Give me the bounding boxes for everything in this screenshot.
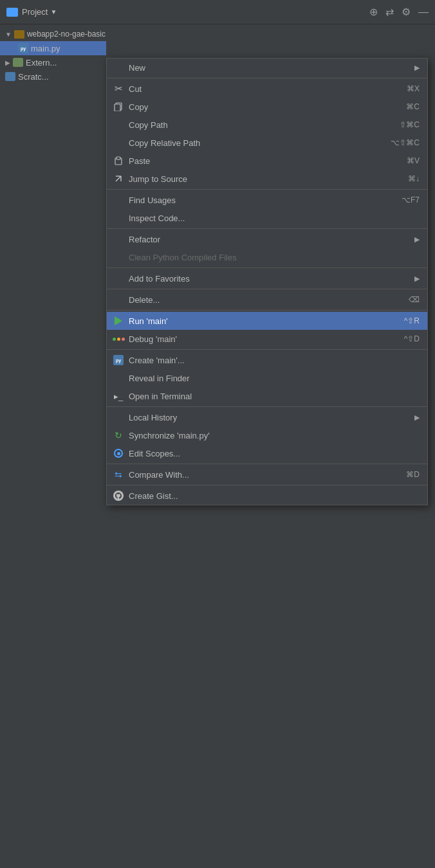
menu-item-shortcut-debug-main: ^⇧D [404,334,420,343]
menu-item-create-main[interactable]: pyCreate 'main'... [107,351,427,369]
external-arrow: ▶ [5,59,10,66]
menu-item-create-gist[interactable]: Create Gist... [107,487,427,505]
menu-item-edit-scopes[interactable]: Edit Scopes... [107,444,427,462]
sync-icon: ↻ [112,429,125,442]
menu-separator [107,485,427,485]
scope-icon [112,447,125,460]
menu-separator [107,228,427,229]
menu-item-shortcut-paste: ⌘V [407,156,420,165]
menu-item-submenu-arrow-local-history: ▶ [414,413,420,422]
no-icon [112,61,125,74]
no-icon [112,194,125,206]
menu-item-shortcut-copy-path: ⇧⌘C [400,120,420,129]
no-icon [112,411,125,424]
github-icon [112,489,125,502]
menu-item-shortcut-delete: ⌫ [409,295,420,304]
menu-item-label-create-gist: Create Gist... [129,491,420,501]
menu-item-copy[interactable]: Copy⌘C [107,98,427,116]
menu-item-label-jump-to-source: Jump to Source [129,174,408,184]
menu-item-submenu-arrow-new: ▶ [414,64,420,72]
menu-item-label-cut: Cut [129,84,407,94]
menu-separator [107,189,427,190]
menu-item-submenu-arrow-refactor: ▶ [414,235,420,244]
main-py-item[interactable]: main.py [0,41,106,55]
folder-icon [14,30,24,39]
menu-item-submenu-arrow-add-to-favorites: ▶ [414,275,420,283]
menu-item-jump-to-source[interactable]: Jump to Source⌘↓ [107,170,427,188]
copy-icon [112,100,125,113]
menu-item-shortcut-copy-relative-path: ⌥⇧⌘C [391,138,420,147]
titlebar-actions: ⊕ ⇄ ⚙ — [369,6,429,18]
layout-button[interactable]: ⇄ [385,6,394,18]
no-icon [112,233,125,246]
menu-item-label-find-usages: Find Usages [129,195,402,205]
menu-item-label-local-history: Local History [129,413,409,422]
menu-item-label-compare-with: Compare With... [129,470,406,480]
menu-item-debug-main[interactable]: Debug 'main'^⇧D [107,330,427,348]
menu-item-label-refactor: Refactor [129,235,409,244]
menu-item-paste[interactable]: Paste⌘V [107,152,427,170]
debug-icon [113,338,125,341]
scratch-item[interactable]: Scratc... [0,69,106,84]
menu-item-cut[interactable]: ✂Cut⌘X [107,80,427,98]
menu-item-add-to-favorites[interactable]: Add to Favorites▶ [107,269,427,287]
external-item[interactable]: ▶ Extern... [0,55,106,69]
menu-separator [107,310,427,311]
menu-item-refactor[interactable]: Refactor▶ [107,230,427,248]
add-button[interactable]: ⊕ [369,6,378,18]
menu-item-run-main[interactable]: Run 'main'^⇧R [107,312,427,330]
menu-item-open-terminal[interactable]: ▸_Open in Terminal [107,387,427,405]
menu-item-find-usages[interactable]: Find Usages⌥F7 [107,191,427,209]
project-panel: ▼ webapp2-no-gae-basic main.py ▶ Extern.… [0,24,106,868]
menu-item-label-new: New [129,63,409,73]
settings-button[interactable]: ⚙ [402,6,411,18]
run-icon [112,314,125,327]
no-icon [112,272,125,285]
project-root-item[interactable]: ▼ webapp2-no-gae-basic [0,27,106,41]
menu-item-copy-relative-path[interactable]: Copy Relative Path⌥⇧⌘C [107,134,427,152]
no-icon [112,212,125,224]
minimize-button[interactable]: — [418,6,429,18]
menu-item-reveal-finder[interactable]: Reveal in Finder [107,369,427,387]
python-file-icon [18,43,28,53]
menu-item-compare-with[interactable]: ⇆Compare With...⌘D [107,466,427,484]
menu-item-label-debug-main: Debug 'main' [129,334,404,344]
scratch-icon [5,72,15,81]
menu-item-label-synchronize: Synchronize 'main.py' [129,431,420,440]
menu-item-label-paste: Paste [129,156,407,166]
menu-item-synchronize[interactable]: ↻Synchronize 'main.py' [107,426,427,444]
no-icon [112,118,125,131]
menu-item-inspect-code[interactable]: Inspect Code... [107,209,427,227]
menu-item-shortcut-compare-with: ⌘D [406,470,420,479]
menu-item-label-copy-path: Copy Path [129,120,400,130]
menu-item-delete[interactable]: Delete...⌫ [107,291,427,309]
terminal-icon: ▸_ [114,392,123,401]
collapse-arrow: ▼ [5,31,12,38]
menu-item-label-edit-scopes: Edit Scopes... [129,449,420,458]
menu-item-copy-path[interactable]: Copy Path⇧⌘C [107,116,427,134]
external-label: Extern... [26,58,57,68]
menu-item-local-history[interactable]: Local History▶ [107,408,427,426]
menu-item-label-delete: Delete... [129,295,409,305]
menu-separator [107,267,427,268]
compare-icon: ⇆ [115,469,122,480]
menu-item-clean-python: Clean Python Compiled Files [107,248,427,266]
no-icon [112,136,125,149]
titlebar-dropdown-arrow[interactable]: ▼ [50,8,57,15]
external-icon [13,58,23,67]
menu-item-shortcut-find-usages: ⌥F7 [402,195,420,204]
no-icon [112,251,125,264]
menu-item-label-create-main: Create 'main'... [129,356,420,365]
python-icon: py [112,354,125,366]
project-root-label: webapp2-no-gae-basic [27,30,106,39]
scratch-label: Scratc... [18,72,49,82]
project-panel-icon [6,8,18,17]
sync-icon: ↻ [115,430,122,440]
jump-icon [112,172,125,185]
no-icon [112,372,125,384]
menu-item-new[interactable]: New▶ [107,59,427,77]
menu-item-shortcut-cut: ⌘X [407,84,420,93]
terminal-icon: ▸_ [112,390,125,402]
no-icon [112,293,125,306]
menu-separator [107,289,427,289]
